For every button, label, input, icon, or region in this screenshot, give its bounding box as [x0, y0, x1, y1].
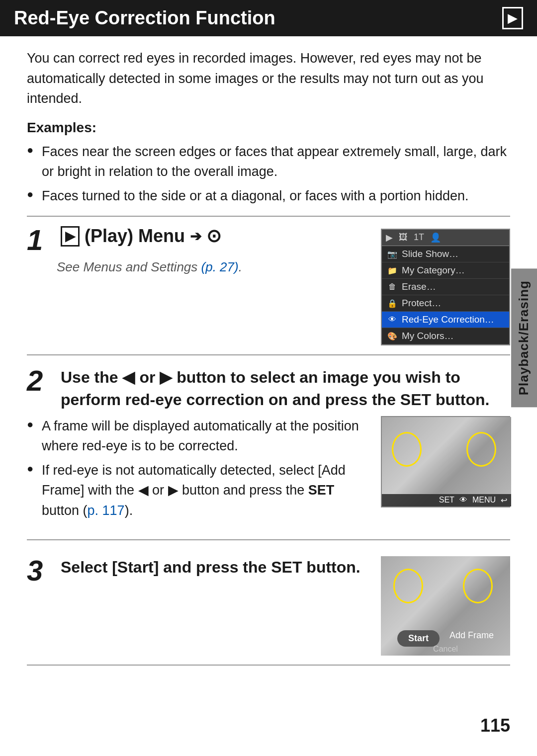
menu-item-erase: 🗑 Erase… — [382, 279, 509, 295]
oval-frame-right — [466, 432, 496, 467]
menu-item-category: 📁 My Category… — [382, 262, 509, 279]
step2-page-ref-link[interactable]: p. 117 — [88, 503, 125, 518]
example-item-1: Faces near the screen edges or faces tha… — [27, 142, 510, 182]
step2-bullets: A frame will be displayed automatically … — [27, 416, 369, 531]
example-item-2: Faces turned to the side or at a diagona… — [27, 186, 510, 206]
step3-layout: 3 Select [Start] and press the SET butto… — [27, 556, 510, 656]
step2-bullet-1: A frame will be displayed automatically … — [27, 416, 369, 456]
step1-end-icon: ⊙ — [206, 226, 221, 247]
step-1-box: 1 ▶ (Play) Menu ➔ ⊙ See Menus and Settin… — [27, 216, 510, 355]
step2-layout: A frame will be displayed automatically … — [27, 416, 510, 531]
examples-section: Examples: Faces near the screen edges or… — [27, 120, 510, 206]
step3-title: Select [Start] and press the SET button. — [61, 556, 369, 579]
menu-item-protect: 🔒 Protect… — [382, 295, 509, 312]
intro-text: You can correct red eyes in recorded ima… — [27, 48, 510, 109]
play-mode-icon: ▶ — [502, 7, 523, 29]
camera-menu-header: ▶ 🖼 1T 👤 — [382, 230, 509, 246]
step2-header: 2 Use the ◀ or ▶ button to select an ima… — [27, 366, 510, 411]
menu-item-colors: 🎨 My Colors… — [382, 328, 509, 344]
step2-bullet-2: If red-eye is not automatically detected… — [27, 460, 369, 521]
erase-icon: 🗑 — [387, 281, 398, 292]
menu-item-redeye: 👁 Red-Eye Correction… — [382, 312, 509, 328]
step2-title: Use the ◀ or ▶ button to select an image… — [61, 366, 510, 411]
category-icon: 📁 — [387, 265, 398, 276]
page-number: 115 — [480, 715, 510, 736]
play-icon: ▶ — [61, 226, 80, 247]
step1-number: 1 — [27, 226, 52, 254]
see-menus-link[interactable]: (p. 27) — [201, 259, 239, 274]
page-container: Red-Eye Correction Function ▶ You can co… — [0, 0, 537, 756]
step3-number: 3 — [27, 556, 52, 585]
step2-bullet-list: A frame will be displayed automatically … — [27, 416, 369, 521]
slideshow-icon: 📷 — [387, 249, 398, 259]
see-menus-text: See Menus and Settings (p. 27). — [27, 259, 366, 275]
step1-header: 1 ▶ (Play) Menu ➔ ⊙ — [27, 226, 366, 254]
step1-content: 1 ▶ (Play) Menu ➔ ⊙ See Menus and Settin… — [27, 226, 510, 345]
examples-label: Examples: — [27, 120, 510, 136]
colors-icon: 🎨 — [387, 331, 398, 341]
cancel-label: Cancel — [381, 645, 510, 654]
step-3-box: 3 Select [Start] and press the SET butto… — [27, 542, 510, 666]
page-title: Red-Eye Correction Function — [14, 7, 275, 29]
camera-screen-footer: SET 👁 MENU ↩ — [382, 494, 511, 506]
camera-menu-screenshot: ▶ 🖼 1T 👤 📷 Slide Show… 📁 My Category… — [381, 229, 510, 345]
step3-header: 3 Select [Start] and press the SET butto… — [27, 556, 369, 585]
step3-camera-screen: 👁 Red-Eye Correction Start Add Frame Can… — [381, 556, 510, 656]
protect-icon: 🔒 — [387, 298, 398, 309]
main-content: You can correct red eyes in recorded ima… — [0, 48, 537, 666]
redeye-icon: 👁 — [387, 314, 398, 325]
step2-number: 2 — [27, 366, 52, 395]
oval-frame-left-2 — [393, 569, 423, 603]
step1-title-text: (Play) Menu — [85, 226, 185, 247]
menu-item-slideshow: 📷 Slide Show… — [382, 246, 509, 262]
step3-text: 3 Select [Start] and press the SET butto… — [27, 556, 369, 590]
step1-title: ▶ (Play) Menu ➔ ⊙ — [61, 226, 221, 247]
step1-arrow: ➔ — [190, 228, 201, 245]
header-bar: Red-Eye Correction Function ▶ — [0, 0, 537, 36]
oval-frame-right-2 — [463, 569, 493, 603]
camera-screen-1: 👁 Red-Eye Correction SET 👁 MENU ↩ — [382, 417, 511, 506]
oval-frame-left — [392, 432, 422, 467]
sidebar-tab: Playback/Erasing — [511, 268, 537, 407]
step2-camera-screen: 👁 Red-Eye Correction SET 👁 MENU ↩ — [381, 416, 510, 507]
camera-screen-2: 👁 Red-Eye Correction Start Add Frame Can… — [381, 556, 510, 656]
face-image — [382, 417, 511, 506]
examples-list: Faces near the screen edges or faces tha… — [27, 142, 510, 206]
step-2-box: 2 Use the ◀ or ▶ button to select an ima… — [27, 357, 510, 540]
step1-left: 1 ▶ (Play) Menu ➔ ⊙ See Menus and Settin… — [27, 226, 366, 280]
